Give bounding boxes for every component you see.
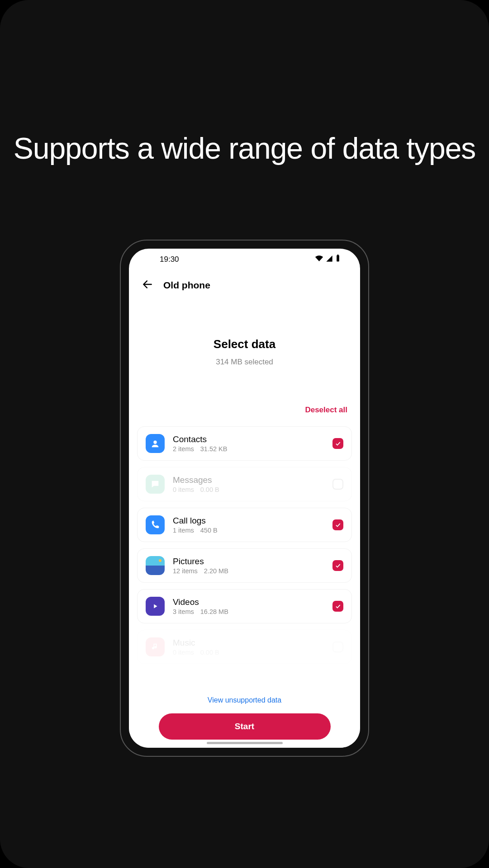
item-meta: 1 items450 B: [173, 527, 324, 534]
svg-point-2: [153, 441, 157, 444]
arrow-left-icon: [142, 278, 153, 290]
item-pictures[interactable]: Pictures 12 items2.20 MB: [137, 548, 352, 583]
item-size: 0.00 B: [200, 649, 219, 656]
checkbox-messages[interactable]: [332, 479, 343, 490]
checkbox-contacts[interactable]: [332, 438, 343, 449]
item-videos[interactable]: Videos 3 items16.28 MB: [137, 589, 352, 623]
item-title: Call logs: [173, 516, 324, 526]
videos-icon: [146, 597, 165, 616]
view-unsupported-link[interactable]: View unsupported data: [137, 696, 352, 704]
pictures-icon: [146, 556, 165, 575]
status-time: 19:30: [160, 255, 179, 264]
item-count: 2 items: [173, 445, 194, 453]
item-contacts[interactable]: Contacts 2 items31.52 KB: [137, 426, 352, 461]
item-meta: 2 items31.52 KB: [173, 445, 324, 453]
item-body: Contacts 2 items31.52 KB: [173, 434, 324, 453]
item-size: 31.52 KB: [200, 445, 228, 453]
footer: View unsupported data Start: [129, 689, 360, 748]
status-icons: [315, 255, 340, 264]
cellular-icon: [326, 255, 333, 264]
svg-rect-1: [337, 255, 339, 255]
contacts-icon: [146, 434, 165, 453]
item-size: 450 B: [200, 527, 218, 534]
item-meta: 12 items2.20 MB: [173, 567, 324, 575]
deselect-all-button[interactable]: Deselect all: [129, 406, 360, 415]
item-meta: 3 items16.28 MB: [173, 608, 324, 615]
nav-title: Old phone: [163, 280, 210, 291]
home-indicator[interactable]: [207, 742, 283, 744]
svg-marker-3: [154, 604, 157, 608]
item-title: Videos: [173, 597, 324, 607]
item-title: Music: [173, 638, 324, 648]
checkbox-music[interactable]: [332, 642, 343, 652]
item-title: Messages: [173, 475, 324, 485]
checkbox-videos[interactable]: [332, 601, 343, 612]
music-icon: [146, 637, 165, 656]
item-count: 0 items: [173, 649, 194, 656]
battery-icon: [336, 255, 340, 264]
item-size: 0.00 B: [200, 486, 219, 493]
calllogs-icon: [146, 515, 165, 534]
item-size: 16.28 MB: [200, 608, 228, 615]
item-title: Contacts: [173, 434, 324, 444]
item-count: 12 items: [173, 567, 198, 575]
page-title: Select data: [129, 337, 360, 351]
item-body: Call logs 1 items450 B: [173, 516, 324, 534]
status-bar: 19:30: [129, 249, 360, 270]
check-icon: [335, 440, 341, 447]
item-body: Music 0 items0.00 B: [173, 638, 324, 656]
item-messages[interactable]: Messages 0 items0.00 B: [137, 467, 352, 501]
item-meta: 0 items0.00 B: [173, 486, 324, 493]
item-title: Pictures: [173, 557, 324, 566]
check-icon: [335, 562, 341, 569]
check-icon: [335, 603, 341, 609]
item-calllogs[interactable]: Call logs 1 items450 B: [137, 508, 352, 542]
item-size: 2.20 MB: [204, 567, 228, 575]
messages-icon: [146, 475, 165, 494]
check-icon: [335, 522, 341, 528]
nav-bar: Old phone: [129, 270, 360, 296]
start-button[interactable]: Start: [159, 713, 331, 740]
item-music[interactable]: Music 0 items0.00 B: [137, 630, 352, 664]
checkbox-pictures[interactable]: [332, 560, 343, 571]
phone-frame: 19:30 Old phone: [120, 240, 369, 757]
item-count: 3 items: [173, 608, 194, 615]
item-count: 0 items: [173, 486, 194, 493]
item-body: Videos 3 items16.28 MB: [173, 597, 324, 615]
item-meta: 0 items0.00 B: [173, 649, 324, 656]
back-button[interactable]: [142, 278, 153, 292]
item-body: Messages 0 items0.00 B: [173, 475, 324, 493]
data-type-list: Contacts 2 items31.52 KB Mes: [129, 426, 360, 748]
wifi-icon: [315, 255, 323, 264]
item-count: 1 items: [173, 527, 194, 534]
promo-frame: Supports a wide range of data types 19:3…: [0, 0, 489, 868]
svg-rect-0: [337, 255, 339, 261]
item-body: Pictures 12 items2.20 MB: [173, 557, 324, 575]
promo-headline: Supports a wide range of data types: [0, 131, 489, 165]
phone-screen: 19:30 Old phone: [129, 249, 360, 748]
selection-summary: 314 MB selected: [129, 358, 360, 367]
checkbox-calllogs[interactable]: [332, 519, 343, 530]
